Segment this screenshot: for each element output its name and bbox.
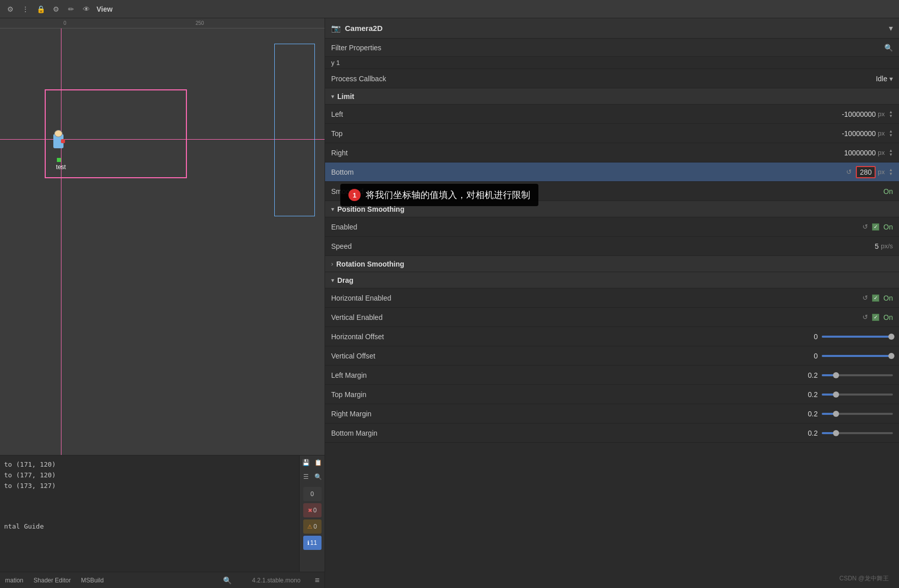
console-filter-icon[interactable]: ☰ <box>301 472 311 482</box>
toolbar-icon-eye[interactable]: 👁 <box>80 3 92 15</box>
drag-h-reset[interactable]: ↺ <box>862 294 868 302</box>
section-drag[interactable]: ▾ Drag <box>325 272 899 288</box>
prop-drag-v-offset-value-area: 0 <box>791 352 893 360</box>
prop-top-value-area: -10000000 px ▲ ▼ <box>791 129 893 138</box>
prop-right-label: Right <box>331 149 791 157</box>
console-search-icon[interactable]: 🔍 <box>313 472 324 482</box>
watermark: CSDN @龙中舞王 <box>839 574 889 583</box>
process-callback-row: Process Callback Idle ▾ <box>325 69 899 88</box>
toolbar-icon-4[interactable]: ⚙ <box>50 3 62 15</box>
prop-top-down-arrow[interactable]: ▼ <box>889 134 893 138</box>
prop-bottom-value[interactable]: 280 <box>856 166 876 178</box>
bottom-margin-thumb[interactable] <box>833 430 839 436</box>
process-callback-dropdown[interactable]: ▾ <box>889 75 893 83</box>
canvas-search-icon[interactable]: 🔍 <box>223 576 232 584</box>
prop-drag-h-offset-label: Horizontal Offset <box>331 333 791 341</box>
limit-arrow: ▾ <box>331 93 334 100</box>
canvas-viewport[interactable]: test <box>0 28 325 455</box>
toolbar-icon-pencil[interactable]: ✏ <box>65 3 77 15</box>
drag-v-checkbox[interactable]: ✓ <box>872 314 879 321</box>
inspector-title: 📷 Camera2D <box>331 24 382 33</box>
prop-limit-bottom[interactable]: Bottom ↺ 280 px ▲ ▼ <box>325 162 899 182</box>
prop-right-margin-label: Right Margin <box>331 410 791 418</box>
character-sprite <box>43 130 79 162</box>
toolbar-icon-2[interactable]: ⋮ <box>19 3 31 15</box>
prop-right-unit: px <box>878 149 885 156</box>
inspector-dropdown-icon[interactable]: ▾ <box>889 23 893 33</box>
toolbar-icon-lock[interactable]: 🔒 <box>35 3 47 15</box>
status-tab-msbuild[interactable]: MSBuild <box>81 577 104 584</box>
prop-drag-h-enabled: Horizontal Enabled ↺ ✓ On <box>325 288 899 308</box>
canvas-area[interactable]: 0 250 <box>0 18 325 455</box>
console-filter-icons: ☰ 🔍 <box>301 472 324 482</box>
drag-h-checkbox[interactable]: ✓ <box>872 295 879 302</box>
inspector-header: 📷 Camera2D ▾ <box>325 18 899 39</box>
prop-bottom-arrows[interactable]: ▲ ▼ <box>889 168 893 176</box>
console-save-icon[interactable]: 💾 <box>301 458 311 468</box>
inspector-title-text: Camera2D <box>345 24 382 32</box>
console-copy-icon[interactable]: 📋 <box>313 458 324 468</box>
ruler-horizontal: 0 250 <box>0 18 325 28</box>
drag-v-reset[interactable]: ↺ <box>862 313 868 321</box>
console-top-icons: 💾 📋 <box>301 458 324 468</box>
char-handle <box>57 158 61 162</box>
h-offset-slider[interactable] <box>822 336 893 338</box>
top-margin-slider[interactable] <box>822 394 893 396</box>
h-offset-thumb[interactable] <box>888 334 894 340</box>
prop-left-label: Left <box>331 110 791 118</box>
y-label-row: y 1 <box>325 57 899 69</box>
toolbar-icon-1[interactable]: ⚙ <box>4 3 16 15</box>
status-tab-animation[interactable]: mation <box>5 577 23 584</box>
prop-drag-v-enabled-value-area: ↺ ✓ On <box>791 313 893 321</box>
prop-bottom-down-arrow[interactable]: ▼ <box>889 172 893 176</box>
prop-bottom-margin-value: 0.2 <box>808 429 818 437</box>
inspector-camera-icon: 📷 <box>331 24 341 33</box>
right-margin-slider[interactable] <box>822 413 893 415</box>
bottom-margin-slider[interactable] <box>822 432 893 434</box>
prop-right-value: 10000000 <box>844 149 876 157</box>
prop-bottom-value-area: ↺ 280 px ▲ ▼ <box>791 166 893 178</box>
status-tab-shader[interactable]: Shader Editor <box>34 577 71 584</box>
prop-left-arrows[interactable]: ▲ ▼ <box>889 110 893 118</box>
prop-right-down-arrow[interactable]: ▼ <box>889 153 893 157</box>
right-margin-thumb[interactable] <box>833 411 839 417</box>
filter-bar: Filter Properties 🔍 <box>325 39 899 57</box>
properties-list: ▾ Limit Left -10000000 px ▲ ▼ Top <box>325 88 899 588</box>
prop-top-margin-value-area: 0.2 <box>791 390 893 399</box>
main-area: 0 250 <box>0 18 899 588</box>
prop-drag-v-offset-value: 0 <box>814 352 818 360</box>
left-margin-slider[interactable] <box>822 374 893 376</box>
prop-left-down-arrow[interactable]: ▼ <box>889 114 893 118</box>
console-btn-warning[interactable]: ⚠0 <box>303 519 322 534</box>
prop-left-value-area: -10000000 px ▲ ▼ <box>791 110 893 118</box>
v-offset-slider[interactable] <box>822 355 893 357</box>
console-btn-info[interactable]: ℹ11 <box>303 536 322 550</box>
prop-left-margin-value: 0.2 <box>808 371 818 379</box>
prop-drag-h-offset-value-area: 0 <box>791 333 893 341</box>
left-margin-thumb[interactable] <box>833 372 839 378</box>
char-head <box>54 130 62 137</box>
prop-ps-enabled-value-area: ↺ ✓ On <box>791 223 893 231</box>
v-offset-thumb[interactable] <box>888 353 894 359</box>
scene-object[interactable]: test <box>43 130 79 171</box>
prop-right-arrows[interactable]: ▲ ▼ <box>889 149 893 157</box>
drag-h-on: On <box>883 294 893 302</box>
prop-top-arrows[interactable]: ▲ ▼ <box>889 129 893 138</box>
console-btn-error[interactable]: ✖0 <box>303 503 322 517</box>
prop-bottom-margin-value-area: 0.2 <box>791 429 893 437</box>
prop-drag-bottom-margin: Bottom Margin 0.2 <box>325 423 899 443</box>
ps-enabled-checkbox[interactable]: ✓ <box>872 223 879 231</box>
settings-icon[interactable]: ≡ <box>315 576 319 585</box>
prop-right-value-area: 10000000 px ▲ ▼ <box>791 149 893 157</box>
section-limit[interactable]: ▾ Limit <box>325 88 899 105</box>
bottom-reset-icon[interactable]: ↺ <box>846 168 852 176</box>
section-rotation-smoothing[interactable]: › Rotation Smoothing <box>325 256 899 272</box>
prop-ps-speed: Speed 5 px/s <box>325 237 899 256</box>
top-margin-thumb[interactable] <box>833 391 839 398</box>
ps-enabled-reset[interactable]: ↺ <box>862 223 868 231</box>
console-spacer <box>4 491 295 521</box>
filter-search-icon[interactable]: 🔍 <box>884 44 893 52</box>
console-btn-normal[interactable]: 0 <box>303 487 322 501</box>
y-label-text: y 1 <box>331 59 340 67</box>
section-position-smoothing[interactable]: ▾ Position Smoothing <box>325 201 899 217</box>
